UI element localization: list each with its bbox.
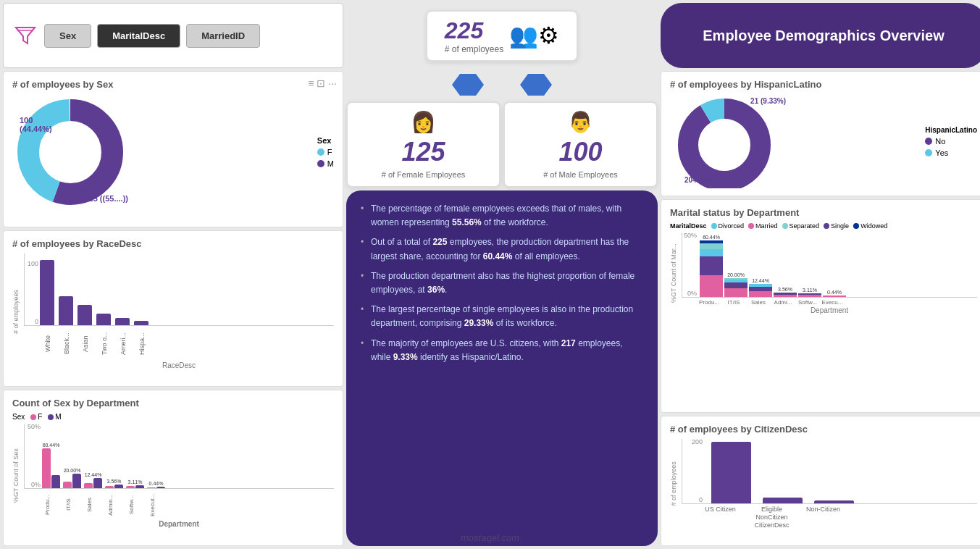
arrow-right <box>520 74 552 96</box>
marital-produ-divorced <box>700 249 723 256</box>
race-y-axis: # of employees <box>12 253 22 369</box>
legend-item-m: M <box>317 159 334 168</box>
marital-stacked-sales <box>749 284 772 297</box>
count-sex-y-50: 50% <box>26 423 41 430</box>
citizen-x-labels: US Citizen Eligible NonCitizen CitizenDe… <box>682 506 977 529</box>
count-sex-y-ticks: 50% 0% <box>26 423 42 488</box>
marital-softw-married <box>798 295 821 297</box>
marital-pct-softw: 3.11% <box>803 288 817 293</box>
female-icon: 👩 <box>411 110 436 134</box>
count-sex-x-axis-label: Department <box>24 520 334 528</box>
marital-y-50: 50% <box>684 232 697 239</box>
dept-bar-admin-f <box>105 486 114 488</box>
tab-married-id[interactable]: MarriedID <box>186 24 260 48</box>
marital-x-execu: Execu... <box>821 299 844 306</box>
race-bar-asian-bar <box>78 305 92 325</box>
marital-x-itis: IT/IS <box>722 299 745 306</box>
sex-legend: Sex F M <box>317 136 334 168</box>
dept-bar-execut-f <box>147 487 156 488</box>
marital-produ-separated <box>700 243 723 249</box>
count-sex-bars-area: 50% 0% 60.44% <box>24 424 334 528</box>
sex-legend-items: F M <box>317 148 334 168</box>
race-x-label-black: Black... <box>63 327 78 360</box>
race-x-label-asian: Asian <box>82 327 96 360</box>
marital-produ-married <box>700 275 723 297</box>
hispanic-yes-label: 21 (9.33%) <box>750 97 786 105</box>
dept-bar-produ-m <box>51 475 60 488</box>
arrows-row <box>346 71 658 99</box>
count-sex-legend-title: Sex <box>12 413 25 421</box>
marital-produ-single <box>700 256 723 275</box>
marital-legend-separated: Separated <box>782 222 820 230</box>
csex-x-admin: Admin... <box>107 490 125 519</box>
dept-pct-execut: 0.44% <box>149 481 164 486</box>
chart-toolbar: ≡ ⊡ ··· <box>308 77 337 89</box>
more-chart-icon[interactable]: ··· <box>328 77 337 89</box>
dept-pct-softw: 3.11% <box>128 479 143 485</box>
dept-bar-softw-f <box>126 486 135 488</box>
hispanic-chart-card: # of employees by HispanicLatino 21 (9.3… <box>661 71 980 196</box>
dept-bar-softw-m <box>135 485 144 488</box>
total-employees-box: 225 # of employees 👥⚙ <box>426 10 578 62</box>
race-x-label-white: White <box>44 327 59 360</box>
marital-bars-row: 50% 0% 60.44% <box>682 232 977 298</box>
insight-4: The largest percentage of single employe… <box>361 303 643 330</box>
count-sex-y-axis: %GT Count of Sex <box>12 424 22 528</box>
legend-item-yes: Yes <box>925 148 977 157</box>
legend-dot-single <box>824 223 829 229</box>
race-bar-ameri-bar <box>115 318 130 325</box>
male-count: 100 <box>558 137 602 167</box>
race-bar-hispa-bar <box>134 321 148 325</box>
marital-legend-divorced: Divorced <box>711 222 745 230</box>
dept-bar-sales-m <box>93 478 102 488</box>
dept-bar-softw: 3.11% <box>126 479 144 488</box>
hispanic-chart-title: # of employees by HispanicLatino <box>670 79 977 90</box>
race-x-label-hispa: Hispa... <box>138 327 153 360</box>
csex-x-execut: Execut... <box>149 490 167 519</box>
marital-bar-admin: 3.56% <box>774 287 797 297</box>
insight-5: The majority of employees are U.S. citiz… <box>361 337 643 364</box>
race-bars <box>40 260 148 325</box>
count-sex-legend-f: F <box>30 413 42 421</box>
left-column: ≡ ⊡ ··· # of employees by Sex 100 (44.44… <box>3 71 343 546</box>
legend-dot-f <box>317 148 324 156</box>
count-sex-legend: Sex F M <box>12 413 334 421</box>
dept-bar-produ: 60.44% <box>42 443 60 488</box>
hispanic-donut-svg <box>670 94 779 188</box>
sub-cards: 👩 125 # of Female Employees 👨 100 # of M… <box>346 101 658 188</box>
legend-dot-m2 <box>48 414 54 420</box>
female-card: 👩 125 # of Female Employees <box>346 101 501 188</box>
citizen-bars-area: 200 0 <box>682 439 977 529</box>
marital-x-produ: Produ... <box>698 299 721 306</box>
filter-chart-icon[interactable]: ≡ <box>308 77 314 89</box>
race-bar-black <box>59 296 73 325</box>
marital-chart-title: Marital status by Department <box>670 207 977 218</box>
marital-bar-itis: 20.00% <box>724 272 747 297</box>
csex-x-softw: Softw... <box>128 490 146 519</box>
marital-pct-itis: 20.00% <box>727 272 745 277</box>
citizen-bars <box>711 442 854 503</box>
citizen-bar-us <box>711 442 751 503</box>
female-label-text: # of Female Employees <box>382 170 466 179</box>
dashboard-title: Employee Demographics Overview <box>703 28 944 44</box>
race-bar-ameri <box>115 318 130 325</box>
csex-x-produ: Produ... <box>44 490 62 519</box>
dept-bar-produ-f <box>42 448 51 488</box>
total-count: 225 <box>445 17 503 44</box>
filter-icon[interactable] <box>12 22 38 49</box>
marital-bar-execu: 0.44% <box>823 290 846 297</box>
legend-item-no: No <box>925 137 977 146</box>
citizen-bar-us-bar <box>711 442 751 503</box>
count-sex-x-labels: Produ... IT/IS Sales Admin... Softw... E… <box>24 490 334 519</box>
count-sex-legend-m: M <box>48 413 61 421</box>
count-sex-chart-body: %GT Count of Sex 50% 0% 60.44% <box>12 424 334 528</box>
legend-dot-m <box>317 160 324 167</box>
male-label: 125 ((55....)) <box>84 194 128 203</box>
insights-list: The percentage of female employees excee… <box>361 202 643 364</box>
expand-chart-icon[interactable]: ⊡ <box>317 77 325 89</box>
insight-3: The production department also has the h… <box>361 269 643 297</box>
tab-marital-desc[interactable]: MaritalDesc <box>97 24 180 48</box>
tab-sex[interactable]: Sex <box>44 24 91 48</box>
race-x-label-two: Two o... <box>101 327 115 360</box>
marital-chart-body: %GT Count of Mar... 50% 0% 60.44% <box>670 232 977 314</box>
